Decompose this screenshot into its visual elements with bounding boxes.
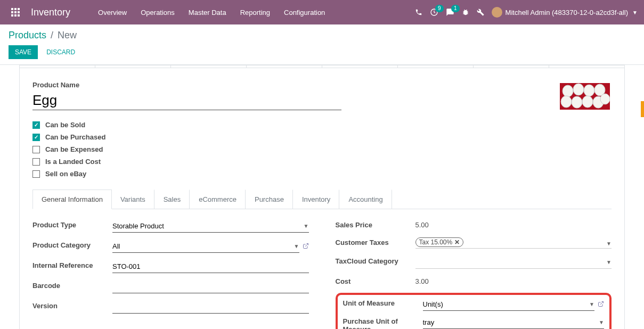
phone-icon[interactable] xyxy=(415,9,422,16)
label-barcode: Barcode xyxy=(32,281,112,290)
tab-ecommerce[interactable]: eCommerce xyxy=(190,190,246,209)
tab-inventory[interactable]: Inventory xyxy=(293,190,339,209)
svg-point-12 xyxy=(573,84,584,95)
check-can-be-expensed[interactable]: Can be Expensed xyxy=(32,143,612,155)
label-internal-ref: Internal Reference xyxy=(32,260,112,269)
uom-highlight-box: Unit of Measure ▼ Purchase Uni xyxy=(336,293,612,329)
tax-tag[interactable]: Tax 15.00% ✕ xyxy=(415,237,464,247)
checkbox-icon[interactable] xyxy=(32,170,40,178)
right-column: Sales Price 5.00 Customer Taxes Tax 15.0… xyxy=(336,220,612,329)
svg-point-16 xyxy=(572,96,582,108)
svg-rect-4 xyxy=(14,11,17,13)
svg-rect-1 xyxy=(14,8,17,10)
taxcloud-select[interactable] xyxy=(415,256,612,269)
barcode-input[interactable] xyxy=(112,281,309,293)
product-name-input[interactable] xyxy=(32,91,341,110)
svg-rect-5 xyxy=(18,11,20,13)
nav-reporting[interactable]: Reporting xyxy=(234,4,276,21)
label-taxcloud: TaxCloud Category xyxy=(336,256,415,265)
nav-menu: Overview Operations Master Data Reportin… xyxy=(92,4,331,21)
top-right: 9 1 Mitchell Admin (483370-12-0-a2cd3f-a… xyxy=(415,7,638,18)
bug-icon[interactable] xyxy=(462,9,469,16)
nav-master-data[interactable]: Master Data xyxy=(182,4,233,21)
cost-value[interactable]: 3.00 xyxy=(415,276,612,286)
label-product-category: Product Category xyxy=(32,240,112,249)
check-sell-on-ebay[interactable]: Sell on eBay xyxy=(32,168,612,180)
tab-sales[interactable]: Sales xyxy=(154,190,190,209)
action-buttons: SAVE DISCARD xyxy=(9,45,635,59)
label-customer-taxes: Customer Taxes xyxy=(336,237,415,246)
tools-icon[interactable] xyxy=(477,9,484,16)
svg-point-19 xyxy=(600,94,610,104)
product-image[interactable] xyxy=(560,83,610,110)
breadcrumb-products[interactable]: Products xyxy=(9,30,46,41)
left-column: Product Type ▼ Product Category ▼ xyxy=(32,220,309,329)
version-input[interactable] xyxy=(112,301,309,314)
app-title[interactable]: Inventory xyxy=(31,7,70,18)
tabs: General Information Variants Sales eComm… xyxy=(32,190,612,209)
checkbox-icon[interactable] xyxy=(32,121,40,129)
tab-variants[interactable]: Variants xyxy=(112,190,154,209)
label-product-type: Product Type xyxy=(32,220,112,229)
tab-purchase[interactable]: Purchase xyxy=(246,190,293,209)
sales-price-value[interactable]: 5.00 xyxy=(415,220,612,230)
nav-operations[interactable]: Operations xyxy=(134,4,181,21)
check-label: Can be Sold xyxy=(45,121,85,129)
close-icon[interactable]: ✕ xyxy=(454,238,460,246)
purchase-uom-select[interactable] xyxy=(423,316,605,329)
svg-rect-2 xyxy=(18,8,20,10)
user-menu[interactable]: Mitchell Admin (483370-12-0-a2cd3f-all) … xyxy=(492,7,638,18)
label-uom: Unit of Measure xyxy=(343,298,423,307)
svg-point-11 xyxy=(563,85,573,97)
activity-icon[interactable]: 9 xyxy=(430,8,438,17)
check-can-be-sold[interactable]: Can be Sold xyxy=(32,119,612,131)
internal-reference-input[interactable] xyxy=(112,260,309,273)
product-type-select[interactable] xyxy=(112,220,309,233)
external-link-icon[interactable] xyxy=(598,301,604,309)
content-area: Product Name Can be Sold Can be Purchase… xyxy=(0,65,644,329)
label-version: Version xyxy=(32,301,112,310)
nav-configuration[interactable]: Configuration xyxy=(278,4,331,21)
tab-accounting[interactable]: Accounting xyxy=(339,190,392,209)
breadcrumb-sep: / xyxy=(51,30,53,41)
product-name-label: Product Name xyxy=(32,81,612,89)
unit-of-measure-select[interactable] xyxy=(423,298,595,311)
chevron-down-icon: ▼ xyxy=(632,10,638,15)
form-sheet: Product Name Can be Sold Can be Purchase… xyxy=(19,68,625,329)
avatar xyxy=(492,7,502,18)
breadcrumb-current: New xyxy=(58,30,77,41)
svg-rect-0 xyxy=(11,8,13,10)
discard-button[interactable]: DISCARD xyxy=(40,45,81,59)
check-can-be-purchased[interactable]: Can be Purchased xyxy=(32,131,612,143)
tax-tag-label: Tax 15.00% xyxy=(419,238,453,246)
svg-rect-6 xyxy=(11,14,13,17)
check-label: Can be Purchased xyxy=(45,133,105,141)
activity-badge: 9 xyxy=(435,5,444,12)
check-label: Can be Expensed xyxy=(45,145,103,153)
svg-point-13 xyxy=(584,85,594,96)
scrollbar-indicator[interactable] xyxy=(641,101,644,117)
tab-general-information[interactable]: General Information xyxy=(32,190,112,209)
checkbox-icon[interactable] xyxy=(32,134,40,141)
breadcrumb: Products / New xyxy=(9,30,635,41)
save-button[interactable]: SAVE xyxy=(9,45,38,59)
product-category-select[interactable] xyxy=(112,240,299,253)
check-landed-cost[interactable]: Is a Landed Cost xyxy=(32,155,612,168)
checkbox-icon[interactable] xyxy=(32,146,40,153)
nav-overview[interactable]: Overview xyxy=(92,4,133,21)
svg-rect-3 xyxy=(11,11,13,13)
messages-badge: 1 xyxy=(451,5,460,12)
external-link-icon[interactable] xyxy=(303,243,309,251)
checkbox-group: Can be Sold Can be Purchased Can be Expe… xyxy=(32,119,612,180)
label-purchase-uom: Purchase Unit of Measure xyxy=(343,316,423,329)
messages-icon[interactable]: 1 xyxy=(446,8,454,17)
svg-point-15 xyxy=(561,96,572,108)
svg-rect-7 xyxy=(14,14,17,17)
label-cost: Cost xyxy=(336,276,415,285)
chevron-down-icon: ▼ xyxy=(606,241,612,246)
top-bar: Inventory Overview Operations Master Dat… xyxy=(0,0,644,24)
apps-icon[interactable] xyxy=(6,3,25,21)
svg-rect-8 xyxy=(18,14,20,17)
check-label: Is a Landed Cost xyxy=(45,158,101,166)
checkbox-icon[interactable] xyxy=(32,158,40,166)
